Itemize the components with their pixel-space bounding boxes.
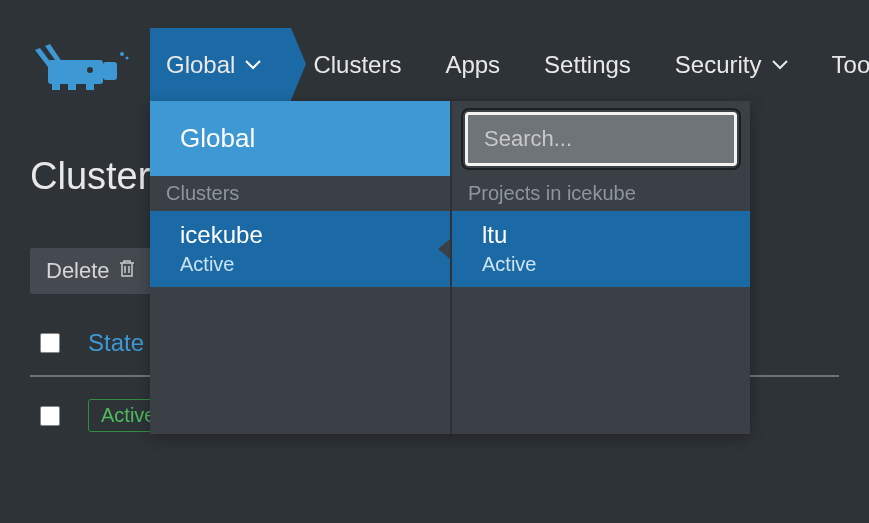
row-checkbox[interactable] [40, 406, 60, 426]
svg-point-5 [120, 52, 124, 56]
dropdown-global[interactable]: Global [150, 101, 450, 176]
nav-tools[interactable]: Tools [810, 28, 869, 101]
delete-label: Delete [46, 258, 110, 284]
dropdown-clusters-label: Clusters [150, 176, 450, 211]
nav-scope-global[interactable]: Global [150, 28, 291, 101]
column-state[interactable]: State [88, 329, 144, 357]
chevron-down-icon [245, 60, 261, 70]
nav-security[interactable]: Security [653, 28, 810, 101]
delete-button[interactable]: Delete [30, 248, 152, 294]
cluster-status: Active [180, 253, 450, 276]
svg-rect-0 [48, 60, 103, 84]
chevron-down-icon [772, 60, 788, 70]
svg-rect-2 [68, 84, 76, 90]
svg-rect-4 [103, 62, 117, 80]
trash-icon [118, 258, 136, 284]
svg-rect-1 [52, 84, 60, 90]
nav-clusters[interactable]: Clusters [291, 28, 423, 101]
search-input[interactable] [465, 112, 737, 166]
select-all-checkbox[interactable] [40, 333, 60, 353]
cluster-name: icekube [180, 222, 450, 248]
logo[interactable] [30, 42, 130, 92]
dropdown-right-col: Projects in icekube ltu Active [450, 101, 750, 434]
nav-scope-label: Global [166, 51, 235, 79]
svg-point-6 [126, 57, 129, 60]
svg-point-7 [87, 67, 93, 73]
nav-apps[interactable]: Apps [423, 28, 522, 101]
svg-rect-3 [86, 84, 94, 90]
top-nav: Global Clusters Apps Settings Security T… [150, 28, 869, 101]
project-name: ltu [482, 222, 750, 248]
dropdown-projects-label: Projects in icekube [452, 176, 750, 211]
scope-dropdown: Global Clusters icekube Active Projects … [150, 101, 750, 434]
project-status: Active [482, 253, 750, 276]
dropdown-project-ltu[interactable]: ltu Active [452, 211, 750, 287]
dropdown-search-wrap [452, 101, 750, 176]
nav-settings[interactable]: Settings [522, 28, 653, 101]
dropdown-left-col: Global Clusters icekube Active [150, 101, 450, 434]
dropdown-cluster-icekube[interactable]: icekube Active [150, 211, 450, 287]
